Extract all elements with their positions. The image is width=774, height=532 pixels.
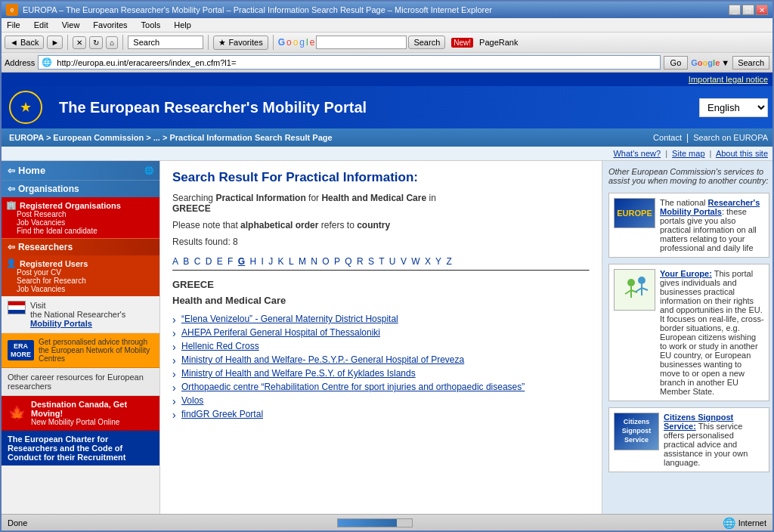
alpha-J[interactable]: J <box>268 256 273 267</box>
menu-file[interactable]: File <box>5 20 23 30</box>
sidebar-organisations-header[interactable]: ⇦ Organisations <box>2 180 159 197</box>
searching-prefix: Searching <box>172 193 215 203</box>
alpha-E[interactable]: E <box>217 256 223 267</box>
sidebar-home[interactable]: ⇦ Home 🌐 <box>2 161 159 180</box>
svg-point-4 <box>638 277 646 284</box>
job-vac2-item[interactable]: Job Vacancies <box>6 285 155 293</box>
alpha-L[interactable]: L <box>289 256 294 267</box>
back-button[interactable]: ◄ Back <box>5 36 44 49</box>
result-link-3[interactable]: Ministry of Health and Welfare- Pe.S.Y.P… <box>181 354 464 365</box>
portal-desc-2: This portal gives individuals and busine… <box>660 269 764 396</box>
your-europe-link[interactable]: Your Europe: <box>660 269 712 278</box>
result-link-0[interactable]: “Elena Venizelou” - General Maternity Di… <box>181 314 398 324</box>
note-text: Please note that alphabetical order refe… <box>172 220 590 230</box>
alpha-X[interactable]: X <box>425 256 431 267</box>
orgs-arrow-icon: ⇦ <box>8 184 15 194</box>
legal-notice-link[interactable]: Important legal notice <box>689 75 768 84</box>
alpha-S[interactable]: S <box>368 256 374 267</box>
visit-label: Visit <box>30 301 125 310</box>
result-link-4[interactable]: Ministry of Health and Welfare Pe.S.Y. o… <box>181 368 416 379</box>
result-link-7[interactable]: findGR Greek Portal <box>181 409 263 419</box>
google-label: G <box>278 37 285 48</box>
home-button[interactable]: ⌂ <box>106 36 118 49</box>
result-link-2[interactable]: Hellenic Red Cross <box>181 341 259 351</box>
alpha-O[interactable]: O <box>322 256 329 267</box>
list-item: › AHEPA Periferal General Hospital of Th… <box>172 326 590 339</box>
portal-text-2: Your Europe: This portal gives individua… <box>660 269 764 396</box>
alpha-F[interactable]: F <box>228 256 233 267</box>
go-button[interactable]: Go <box>664 56 689 70</box>
maple-leaf-icon: 🍁 <box>8 404 26 422</box>
close-btn[interactable]: ✕ <box>756 5 768 15</box>
era-logo: ERAMORE <box>8 340 34 361</box>
users-icon: 👤 <box>6 258 17 268</box>
google-search-input[interactable] <box>316 36 407 49</box>
alpha-U[interactable]: U <box>389 256 396 267</box>
menu-edit[interactable]: Edit <box>32 20 51 30</box>
dest-canada-text: Destination Canada, Get Moving! <box>31 400 153 418</box>
registered-orgs-item[interactable]: 🏢 Registered Organisations <box>6 200 155 210</box>
result-link-1[interactable]: AHEPA Periferal General Hospital of Thes… <box>181 327 380 338</box>
maximize-btn[interactable]: □ <box>742 5 754 15</box>
alpha-W[interactable]: W <box>411 256 420 267</box>
refresh-button[interactable]: ↻ <box>89 36 103 49</box>
post-cv-item[interactable]: Post your CV <box>6 268 155 277</box>
alpha-G[interactable]: G <box>238 256 245 267</box>
alpha-P[interactable]: P <box>334 256 340 267</box>
home-arrow-icon: ⇦ <box>8 165 15 176</box>
post-research-item[interactable]: Post Research <box>6 210 155 218</box>
registered-users-item[interactable]: 👤 Registered Users <box>6 258 155 268</box>
ie-search-input[interactable] <box>128 36 203 49</box>
alpha-K[interactable]: K <box>278 256 284 267</box>
alpha-Q[interactable]: Q <box>345 256 351 267</box>
about-site-link[interactable]: About this site <box>716 149 768 158</box>
era-block[interactable]: ERAMORE Get personalised advice through … <box>2 333 159 368</box>
whats-new-link[interactable]: What's new? <box>613 149 661 158</box>
alpha-T[interactable]: T <box>379 256 384 267</box>
stop-button[interactable]: ✕ <box>73 36 86 49</box>
job-vacancies-item[interactable]: Job Vacancies <box>6 218 155 227</box>
search-btn-addr[interactable]: Search <box>732 56 769 70</box>
address-input[interactable]: http://europa.eu.int/eracareers/index_en… <box>55 57 659 69</box>
your-europe-img <box>614 269 655 311</box>
result-link-5[interactable]: Orthopaedic centre “Rehabilitation Centr… <box>181 382 525 392</box>
site-map-link[interactable]: Site map <box>672 149 704 158</box>
menu-favorites[interactable]: Favorites <box>91 20 129 30</box>
alpha-Y[interactable]: Y <box>435 256 441 267</box>
language-select[interactable]: English <box>699 98 768 117</box>
alpha-R[interactable]: R <box>357 256 364 267</box>
menu-help[interactable]: Help <box>172 20 194 30</box>
alpha-B[interactable]: B <box>183 256 189 267</box>
visit-block[interactable]: Visit the National Researcher's Mobility… <box>2 296 159 333</box>
menu-tools[interactable]: Tools <box>139 20 163 30</box>
alpha-M[interactable]: M <box>299 256 306 267</box>
menu-view[interactable]: View <box>60 20 82 30</box>
search-research-item[interactable]: Search for Research <box>6 277 155 285</box>
window-controls[interactable]: _ □ ✕ <box>729 5 768 15</box>
contact-link[interactable]: Contact <box>653 133 682 142</box>
search-europa-link[interactable]: Search on EUROPA <box>693 133 768 142</box>
destination-canada-block[interactable]: 🍁 Destination Canada, Get Moving! New Mo… <box>2 396 159 431</box>
favorites-btn[interactable]: ★ Favorites <box>213 36 268 50</box>
result-link-6[interactable]: Volos <box>181 395 203 406</box>
right-panel: Other European Commission's services to … <box>602 161 774 514</box>
alpha-N[interactable]: N <box>311 256 317 267</box>
minimize-btn[interactable]: _ <box>729 5 741 15</box>
charter-block[interactable]: The European Charter for Researchers and… <box>2 431 159 466</box>
eu-logo: ★ <box>9 91 51 124</box>
researchers-arrow-icon: ⇦ <box>8 242 15 252</box>
svg-line-2 <box>625 290 631 294</box>
alpha-V[interactable]: V <box>401 256 407 267</box>
alpha-A[interactable]: A <box>172 256 178 267</box>
sidebar-researchers-header[interactable]: ⇦ Researchers <box>2 238 159 255</box>
forward-button[interactable]: ► <box>47 36 63 49</box>
searching-category: Health and Medical Care <box>321 193 426 203</box>
find-ideal-item[interactable]: Find the Ideal candidate <box>6 227 155 235</box>
alpha-H[interactable]: H <box>249 256 256 267</box>
alpha-I[interactable]: I <box>262 256 264 267</box>
google-search-btn[interactable]: Search <box>408 36 445 49</box>
alpha-D[interactable]: D <box>206 256 212 267</box>
alpha-Z[interactable]: Z <box>446 256 451 267</box>
alpha-C[interactable]: C <box>194 256 201 267</box>
mobility-portals-link[interactable]: Mobility Portals <box>30 319 125 328</box>
